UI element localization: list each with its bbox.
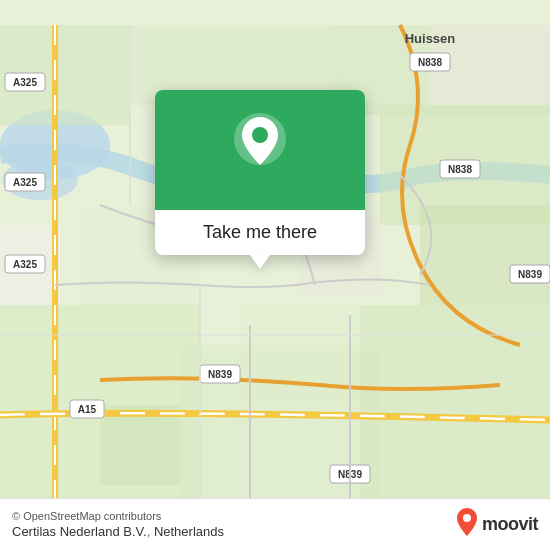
location-name: Certilas Nederland B.V., Netherlands <box>12 524 224 539</box>
bottom-bar: © OpenStreetMap contributors Certilas Ne… <box>0 498 550 550</box>
moovit-logo: moovit <box>456 508 538 541</box>
svg-rect-12 <box>240 305 360 405</box>
svg-text:N839: N839 <box>518 269 542 280</box>
svg-text:N838: N838 <box>418 57 442 68</box>
svg-text:A325: A325 <box>13 77 37 88</box>
attribution: © OpenStreetMap contributors <box>12 510 224 522</box>
svg-text:A15: A15 <box>78 404 97 415</box>
svg-point-38 <box>463 514 471 522</box>
svg-point-37 <box>252 127 268 143</box>
svg-rect-13 <box>100 405 180 485</box>
svg-text:N838: N838 <box>448 164 472 175</box>
map-container: A325 A325 A325 A15 N838 N838 N839 N839 N… <box>0 0 550 550</box>
svg-text:N839: N839 <box>208 369 232 380</box>
map-svg: A325 A325 A325 A15 N838 N838 N839 N839 N… <box>0 0 550 550</box>
map-pin-icon <box>234 113 286 187</box>
brand-name: moovit <box>482 514 538 535</box>
svg-text:A325: A325 <box>13 259 37 270</box>
svg-text:A325: A325 <box>13 177 37 188</box>
svg-rect-7 <box>420 205 550 305</box>
svg-text:Huissen: Huissen <box>405 31 456 46</box>
popup-button[interactable]: Take me there <box>183 210 337 255</box>
popup-green-area <box>155 90 365 210</box>
moovit-pin-icon <box>456 508 478 541</box>
popup-card[interactable]: Take me there <box>155 90 365 255</box>
